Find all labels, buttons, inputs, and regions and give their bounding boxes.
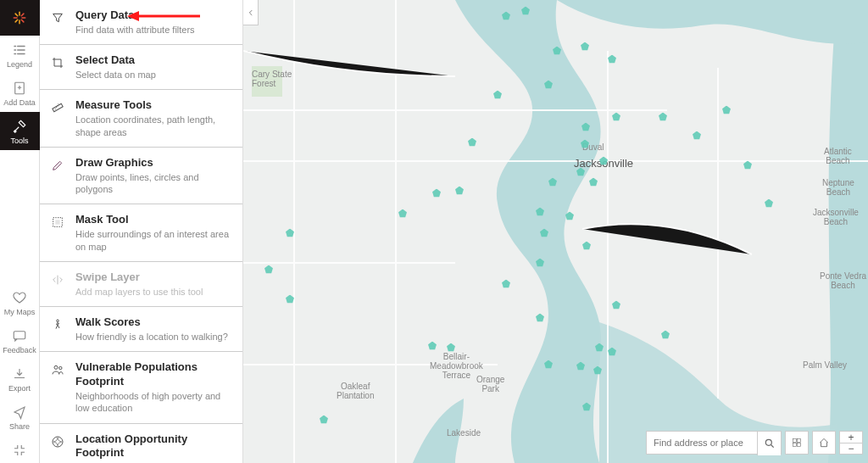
- tool-vuln-pop[interactable]: Vulnerable Populations Footprint Neighbo…: [40, 352, 242, 423]
- svg-point-14: [57, 320, 59, 322]
- grid-icon: [791, 437, 803, 449]
- people-icon: [50, 362, 65, 377]
- collapse-icon: [12, 443, 27, 458]
- tool-mask[interactable]: Mask Tool Hide surroundings of an intere…: [40, 204, 242, 261]
- svg-point-15: [54, 366, 58, 370]
- svg-rect-25: [798, 438, 801, 442]
- tool-select-data[interactable]: Select Data Select data on map: [40, 45, 242, 90]
- spark-logo-icon: [12, 10, 27, 25]
- tool-walk-scores[interactable]: Walk Scores How friendly is a location t…: [40, 307, 242, 352]
- tool-desc: Draw points, lines, circles and polygons: [75, 171, 232, 196]
- svg-rect-24: [793, 438, 796, 442]
- tool-query-data[interactable]: Query Data Find data with attribute filt…: [40, 0, 242, 45]
- home-extent-button[interactable]: [812, 431, 836, 455]
- tool-desc: Neighborhoods of high poverty and low ed…: [75, 390, 232, 415]
- rail-item-add-data[interactable]: Add Data: [0, 74, 40, 112]
- compass-icon: [50, 434, 65, 449]
- tool-title: Mask Tool: [75, 213, 232, 227]
- rail-label: Export: [8, 384, 31, 393]
- tool-desc: Hide surroundings of an interest area on…: [75, 228, 232, 253]
- rail-item-my-maps[interactable]: My Maps: [0, 283, 40, 321]
- search-input[interactable]: [647, 432, 757, 454]
- zoom-out-button[interactable]: −: [839, 443, 863, 455]
- svg-rect-26: [793, 443, 796, 447]
- add-file-icon: [12, 81, 27, 96]
- rail-label: Legend: [7, 60, 32, 69]
- tool-title: Swipe Layer: [75, 271, 232, 285]
- rail-label: Feedback: [3, 346, 36, 354]
- map-basemap: [243, 0, 868, 463]
- tool-title: Draw Graphics: [75, 156, 232, 170]
- map-controls: + −: [646, 431, 863, 455]
- svg-rect-11: [53, 104, 63, 112]
- basemap-button[interactable]: [785, 431, 809, 455]
- ruler-icon: [50, 100, 65, 115]
- svg-rect-13: [55, 220, 59, 225]
- tool-desc: Find data with attribute filters: [75, 24, 232, 36]
- search-button[interactable]: [757, 432, 781, 455]
- tool-title: Select Data: [75, 53, 232, 68]
- rail-item-fullscreen[interactable]: [0, 436, 40, 463]
- svg-rect-22: [252, 66, 282, 97]
- map-canvas[interactable]: Jacksonville Duval Cary State Forest Atl…: [243, 0, 868, 463]
- chat-icon: [12, 328, 27, 343]
- tool-title: Query Data: [75, 8, 232, 23]
- rail-label: Add Data: [3, 98, 36, 107]
- tool-desc: Add map layers to use this tool: [75, 286, 232, 298]
- collapse-panel-button[interactable]: [243, 0, 259, 25]
- map-search: [646, 431, 782, 455]
- rail-item-tools[interactable]: Tools: [0, 112, 40, 150]
- swipe-icon: [50, 272, 65, 287]
- svg-line-6: [21, 14, 24, 16]
- tool-draw[interactable]: Draw Graphics Draw points, lines, circle…: [40, 148, 242, 204]
- crop-icon: [50, 55, 65, 70]
- tool-swipe[interactable]: Swipe Layer Add map layers to use this t…: [40, 262, 242, 307]
- walk-icon: [50, 317, 65, 332]
- zoom-in-button[interactable]: +: [839, 431, 863, 443]
- home-icon: [818, 437, 830, 449]
- rail-item-export[interactable]: Export: [0, 360, 40, 398]
- rail-item-feedback[interactable]: Feedback: [0, 321, 40, 360]
- tool-title: Location Opportunity Footprint: [75, 432, 232, 461]
- tool-title: Vulnerable Populations Footprint: [75, 360, 232, 389]
- search-icon: [764, 438, 776, 449]
- filter-icon: [50, 10, 65, 25]
- svg-point-23: [765, 439, 771, 445]
- tools-icon: [12, 119, 27, 134]
- svg-line-4: [15, 14, 18, 16]
- download-icon: [12, 366, 27, 382]
- svg-rect-10: [14, 332, 25, 339]
- pencil-icon: [50, 158, 65, 173]
- chevron-left-icon: [247, 8, 255, 17]
- svg-rect-27: [798, 443, 801, 447]
- rail-label: My Maps: [4, 308, 36, 316]
- rail-label: Share: [9, 422, 30, 431]
- rail-label: Tools: [10, 137, 28, 145]
- tool-desc: How friendly is a location to walking?: [75, 331, 232, 343]
- app-logo[interactable]: [0, 0, 40, 36]
- svg-line-7: [15, 20, 18, 22]
- rail-item-legend[interactable]: Legend: [0, 36, 40, 74]
- tool-desc: Select data on map: [75, 69, 232, 81]
- left-rail: Legend Add Data Tools My Maps Feedback E…: [0, 0, 40, 463]
- tool-desc: Location coordinates, path length, shape…: [75, 114, 232, 138]
- rail-item-share[interactable]: Share: [0, 398, 40, 436]
- list-icon: [12, 42, 27, 58]
- tool-measure[interactable]: Measure Tools Location coordinates, path…: [40, 90, 242, 147]
- svg-point-16: [59, 367, 62, 370]
- svg-line-5: [21, 20, 24, 22]
- heart-icon: [12, 290, 27, 305]
- mask-icon: [50, 215, 65, 230]
- tool-title: Measure Tools: [75, 98, 232, 113]
- tool-title: Walk Scores: [75, 315, 232, 330]
- share-icon: [12, 404, 27, 420]
- tools-panel[interactable]: Query Data Find data with attribute filt…: [40, 0, 243, 463]
- tool-loc-opp[interactable]: Location Opportunity Footprint Affordabl…: [40, 424, 242, 463]
